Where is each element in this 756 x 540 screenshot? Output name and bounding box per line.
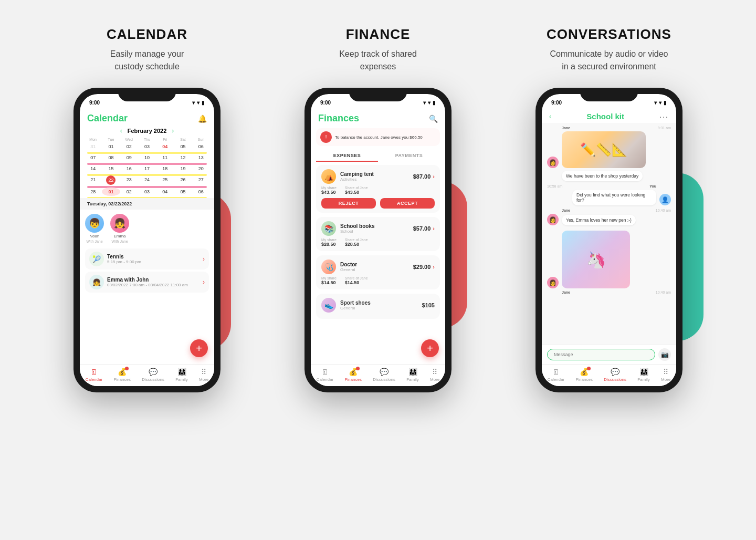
message-input-bar: 📷	[542, 345, 676, 364]
bell-icon[interactable]: 🔔	[198, 115, 207, 123]
cal-cell[interactable]: 14	[84, 164, 102, 173]
cal-cell-today[interactable]: 22	[106, 175, 116, 185]
camera-button[interactable]: 📷	[658, 348, 671, 361]
more-options-button[interactable]: ···	[659, 112, 669, 121]
cal-cell[interactable]: 08	[102, 153, 120, 162]
phone-inner: 9:00 ▾ ▾ ▮ Calendar �	[80, 94, 214, 386]
cal-cell[interactable]: 09	[120, 153, 138, 162]
cal-cell[interactable]: 31	[84, 142, 102, 151]
nav-finances[interactable]: 💰 Finances	[113, 368, 130, 382]
time-display: 9:00	[89, 100, 100, 106]
camping-tent-jane-share: Share of Jane $43.50	[345, 186, 368, 195]
expense-sport-shoes-header: 👟 Sport shoes General $105	[321, 298, 435, 313]
fin-calendar-nav-icon: 🗓	[321, 368, 329, 376]
cal-cell[interactable]: 13	[192, 153, 210, 162]
conv-nav-finances[interactable]: 💰 Finances	[575, 368, 592, 382]
cal-cell[interactable]: 03	[138, 142, 156, 151]
camping-tent-name: Camping tent	[340, 171, 374, 177]
conv-signal-icon: ▾	[659, 100, 662, 106]
cal-cell[interactable]: 03	[138, 188, 156, 196]
calendar-screen-title: Calendar	[87, 113, 128, 124]
conv-status-icons: ▾ ▾ ▮	[654, 100, 667, 106]
doctor-chevron: ›	[433, 264, 435, 270]
jane-bubble-2: Yes, Emma loves her new pen :-)	[562, 215, 636, 225]
cal-cell[interactable]: 06	[192, 188, 210, 196]
cal-cell[interactable]: 10	[138, 153, 156, 162]
next-month-button[interactable]: ›	[172, 127, 174, 134]
cal-cell[interactable]: 06	[192, 142, 210, 151]
fin-nav-discussions[interactable]: 💬 Discussions	[373, 368, 395, 382]
nav-more[interactable]: ⠿ More	[199, 368, 208, 382]
cal-cell[interactable]: 18	[156, 164, 174, 173]
cal-cell[interactable]: 25	[156, 175, 174, 185]
expense-school-books[interactable]: 📚 School books School $57.00	[316, 217, 440, 251]
finance-phone-inner: 9:00 ▾ ▾ ▮ Finances 🔍	[311, 94, 445, 386]
conv-battery-icon: ▮	[664, 100, 667, 106]
nav-family[interactable]: 👨‍👩‍👧 Family	[175, 368, 188, 382]
sport-shoes-info: Sport shoes General	[340, 300, 371, 310]
cal-cell[interactable]: 17	[138, 164, 156, 173]
sport-shoes-amount-value: $105	[422, 302, 435, 308]
nav-calendar[interactable]: 🗓 Calendar	[86, 368, 102, 382]
msg-meta-jane-2: Jane 10:40 am	[547, 209, 671, 212]
cal-cell[interactable]: 04	[156, 142, 174, 151]
msg-row-jane-text-2: 👩 Yes, Emma loves her new pen :-)	[547, 214, 671, 225]
cal-cell[interactable]: 21	[84, 175, 102, 185]
cal-cell[interactable]: 23	[120, 175, 138, 185]
cal-cell[interactable]: 27	[192, 175, 210, 185]
msg-group-jane-image: 👩 🦄 J	[547, 229, 671, 295]
back-button[interactable]: ‹	[549, 113, 551, 120]
cal-cell[interactable]: 15	[102, 164, 120, 173]
cal-cell[interactable]: 11	[156, 153, 174, 162]
jane-sender-2: Jane	[562, 209, 570, 212]
search-icon[interactable]: 🔍	[429, 115, 438, 123]
expense-sport-shoes[interactable]: 👟 Sport shoes General $105	[316, 294, 440, 319]
fin-nav-more[interactable]: ⠿ More	[430, 368, 439, 382]
tab-expenses[interactable]: EXPENSES	[316, 150, 378, 162]
accept-button[interactable]: ACCEPT	[380, 198, 435, 209]
cal-cell[interactable]: 24	[138, 175, 156, 185]
cal-cell[interactable]: 12	[174, 153, 192, 162]
msg-row-jane-text-1: We have been to the shop yesterday	[547, 171, 671, 181]
cal-cell[interactable]: 02	[120, 142, 138, 151]
nav-discussions[interactable]: 💬 Discussions	[142, 368, 164, 382]
fin-nav-family[interactable]: 👨‍👩‍👧 Family	[406, 368, 419, 382]
cal-cell[interactable]: 28	[84, 188, 102, 196]
fin-finances-nav-label: Finances	[344, 377, 361, 382]
expense-camping-tent[interactable]: ⛺ Camping tent Activities $87.00	[316, 165, 440, 213]
cal-cell[interactable]: 01	[102, 142, 120, 151]
event-card-emma-john[interactable]: 👧 Emma with John 03/02/2022 7:00 am - 03…	[85, 272, 209, 293]
message-input[interactable]	[547, 349, 655, 360]
expense-school-books-left: 📚 School books School	[321, 221, 375, 236]
cal-cell[interactable]: 05	[174, 142, 192, 151]
cal-cell[interactable]: 26	[174, 175, 192, 185]
cal-cell[interactable]: 20	[192, 164, 210, 173]
finance-fab-button[interactable]: +	[421, 339, 439, 357]
cal-cell[interactable]: 05	[174, 188, 192, 196]
camping-tent-amount: $87.00 ›	[413, 173, 435, 180]
camping-tent-actions: REJECT ACCEPT	[321, 198, 435, 209]
conv-nav-calendar[interactable]: 🗓 Calendar	[548, 368, 564, 382]
cal-cell[interactable]: 01	[102, 188, 120, 196]
conv-nav-discussions[interactable]: 💬 Discussions	[604, 368, 626, 382]
calendar-fab-button[interactable]: +	[190, 339, 208, 357]
expense-doctor[interactable]: 🩺 Doctor General $29.00	[316, 255, 440, 289]
conversations-panel: CONVERSATIONS Communicate by audio or vi…	[494, 16, 724, 403]
cal-cell[interactable]: 04	[156, 188, 174, 196]
cal-cell[interactable]: 02	[120, 188, 138, 196]
reject-button[interactable]: REJECT	[321, 198, 376, 209]
fin-nav-calendar[interactable]: 🗓 Calendar	[317, 368, 333, 382]
conv-nav-family[interactable]: 👨‍👩‍👧 Family	[637, 368, 650, 382]
month-label: February 2022	[128, 128, 167, 134]
selected-date: Tuesday, 02/22/2022	[80, 198, 214, 210]
prev-month-button[interactable]: ‹	[120, 127, 122, 134]
event-card-tennis[interactable]: 🎾 Tennis 5:15 pm - 9:00 pm ›	[85, 248, 209, 269]
cal-cell[interactable]: 16	[120, 164, 138, 173]
sport-shoes-amount: $105	[422, 302, 435, 308]
tab-payments[interactable]: PAYMENTS	[378, 150, 440, 162]
conv-nav-more[interactable]: ⠿ More	[661, 368, 670, 382]
cal-cell[interactable]: 07	[84, 153, 102, 162]
fin-nav-finances[interactable]: 💰 Finances	[344, 368, 361, 382]
school-books-info: School books School	[340, 223, 375, 234]
cal-cell[interactable]: 19	[174, 164, 192, 173]
